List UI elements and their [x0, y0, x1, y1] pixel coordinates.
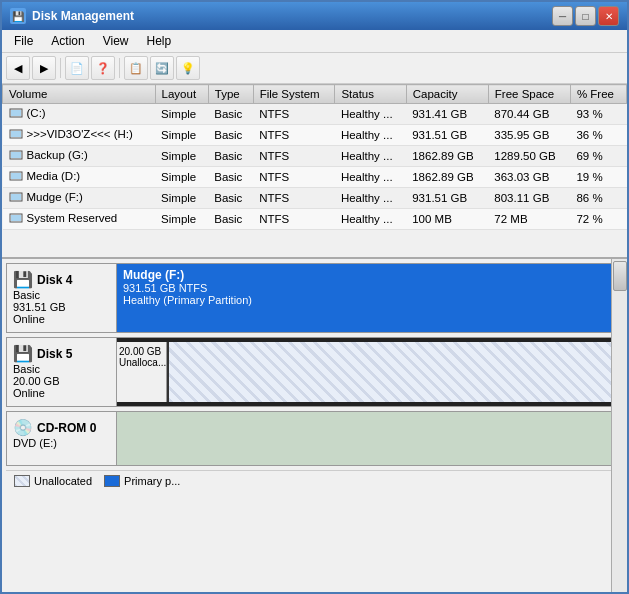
cell-type: Basic — [208, 104, 253, 125]
disk4-part-size: 931.51 GB NTFS — [123, 282, 616, 294]
disk4-partition[interactable]: Mudge (F:) 931.51 GB NTFS Healthy (Prima… — [117, 264, 622, 332]
forward-button[interactable]: ▶ — [32, 56, 56, 80]
cell-capacity: 931.51 GB — [406, 188, 488, 209]
cdrom0-panel: 💿 CD-ROM 0 DVD (E:) — [6, 411, 623, 466]
svg-rect-1 — [11, 110, 21, 116]
col-type[interactable]: Type — [208, 85, 253, 104]
cell-fs: NTFS — [253, 146, 335, 167]
volume-table-area: Volume Layout Type File System Status Ca… — [2, 84, 627, 259]
close-button[interactable]: ✕ — [598, 6, 619, 26]
vertical-scrollbar[interactable] — [611, 259, 627, 592]
back-button[interactable]: ◀ — [6, 56, 30, 80]
cell-volume: Backup (G:) — [3, 146, 156, 167]
cell-free: 335.95 GB — [488, 125, 570, 146]
table-row[interactable]: System Reserved Simple Basic NTFS Health… — [3, 209, 627, 230]
cell-fs: NTFS — [253, 167, 335, 188]
col-status[interactable]: Status — [335, 85, 406, 104]
disk4-panel: 💾 Disk 4 Basic 931.51 GB Online Mudge (F… — [6, 263, 623, 333]
volume-table: Volume Layout Type File System Status Ca… — [2, 84, 627, 230]
cdrom0-content — [117, 412, 622, 465]
disk4-size: 931.51 GB — [13, 301, 110, 313]
minimize-button[interactable]: ─ — [552, 6, 573, 26]
disk4-content: Mudge (F:) 931.51 GB NTFS Healthy (Prima… — [117, 264, 622, 332]
disk5-status: Online — [13, 387, 110, 399]
menu-view[interactable]: View — [95, 32, 137, 50]
svg-rect-9 — [11, 194, 21, 200]
cell-pct: 69 % — [570, 146, 626, 167]
disk5-unalloc-label: Unalloca... — [119, 357, 164, 368]
cell-layout: Simple — [155, 188, 208, 209]
disk4-label: 💾 Disk 4 Basic 931.51 GB Online — [7, 264, 117, 332]
cell-type: Basic — [208, 188, 253, 209]
cell-pct: 93 % — [570, 104, 626, 125]
menu-action[interactable]: Action — [43, 32, 92, 50]
cell-layout: Simple — [155, 146, 208, 167]
cell-status: Healthy ... — [335, 146, 406, 167]
menu-file[interactable]: File — [6, 32, 41, 50]
volume-icon — [9, 148, 23, 162]
disk5-bottom-bar — [117, 402, 622, 406]
cell-free: 803.11 GB — [488, 188, 570, 209]
col-freespace[interactable]: Free Space — [488, 85, 570, 104]
cell-volume: Media (D:) — [3, 167, 156, 188]
table-row[interactable]: Backup (G:) Simple Basic NTFS Healthy ..… — [3, 146, 627, 167]
cell-free: 72 MB — [488, 209, 570, 230]
cell-type: Basic — [208, 146, 253, 167]
cell-fs: NTFS — [253, 125, 335, 146]
disk5-icon: 💾 — [13, 344, 33, 363]
disk5-area: 20.00 GB Unalloca... — [117, 342, 622, 402]
cdrom0-type: DVD (E:) — [13, 437, 110, 449]
col-volume[interactable]: Volume — [3, 85, 156, 104]
cell-status: Healthy ... — [335, 125, 406, 146]
info-button[interactable]: 💡 — [176, 56, 200, 80]
svg-rect-5 — [11, 152, 21, 158]
table-scroll[interactable]: Volume Layout Type File System Status Ca… — [2, 84, 627, 257]
cdrom0-icon: 💿 — [13, 418, 33, 437]
cell-status: Healthy ... — [335, 167, 406, 188]
cell-free: 870.44 GB — [488, 104, 570, 125]
window-icon: 💾 — [10, 8, 26, 24]
legend-unalloc-label: Unallocated — [34, 475, 92, 487]
disk4-type: Basic — [13, 289, 110, 301]
volume-icon — [9, 169, 23, 183]
table-row[interactable]: >>>VID3O'Z<<< (H:) Simple Basic NTFS Hea… — [3, 125, 627, 146]
table-row[interactable]: Media (D:) Simple Basic NTFS Healthy ...… — [3, 167, 627, 188]
refresh-button[interactable]: 🔄 — [150, 56, 174, 80]
cell-volume: Mudge (F:) — [3, 188, 156, 209]
folder-button[interactable]: 📋 — [124, 56, 148, 80]
table-row[interactable]: Mudge (F:) Simple Basic NTFS Healthy ...… — [3, 188, 627, 209]
svg-rect-11 — [11, 215, 21, 221]
disk5-label: 💾 Disk 5 Basic 20.00 GB Online — [7, 338, 117, 406]
cell-free: 1289.50 GB — [488, 146, 570, 167]
scrollbar-thumb[interactable] — [613, 261, 627, 291]
cell-volume: >>>VID3O'Z<<< (H:) — [3, 125, 156, 146]
help-button[interactable]: ❓ — [91, 56, 115, 80]
cell-type: Basic — [208, 167, 253, 188]
maximize-button[interactable]: □ — [575, 6, 596, 26]
cell-layout: Simple — [155, 104, 208, 125]
bottom-legend: Unallocated Primary p... — [6, 470, 623, 491]
disk-management-window: 💾 Disk Management ─ □ ✕ File Action View… — [0, 0, 629, 594]
cell-layout: Simple — [155, 209, 208, 230]
cell-pct: 36 % — [570, 125, 626, 146]
cell-volume: System Reserved — [3, 209, 156, 230]
disk5-unalloc-area[interactable] — [167, 342, 620, 402]
volume-icon — [9, 190, 23, 204]
window-controls: ─ □ ✕ — [552, 6, 619, 26]
col-layout[interactable]: Layout — [155, 85, 208, 104]
col-capacity[interactable]: Capacity — [406, 85, 488, 104]
cell-capacity: 1862.89 GB — [406, 146, 488, 167]
cell-volume: (C:) — [3, 104, 156, 125]
svg-rect-3 — [11, 131, 21, 137]
disk4-part-name: Mudge (F:) — [123, 268, 616, 282]
menu-help[interactable]: Help — [139, 32, 180, 50]
disk5-panel: 💾 Disk 5 Basic 20.00 GB Online 20.00 GB … — [6, 337, 623, 407]
col-pctfree[interactable]: % Free — [570, 85, 626, 104]
menu-bar: File Action View Help — [2, 30, 627, 53]
col-filesystem[interactable]: File System — [253, 85, 335, 104]
cell-free: 363.03 GB — [488, 167, 570, 188]
table-row[interactable]: (C:) Simple Basic NTFS Healthy ... 931.4… — [3, 104, 627, 125]
main-content: Volume Layout Type File System Status Ca… — [2, 84, 627, 592]
toolbar: ◀ ▶ 📄 ❓ 📋 🔄 💡 — [2, 53, 627, 84]
new-button[interactable]: 📄 — [65, 56, 89, 80]
